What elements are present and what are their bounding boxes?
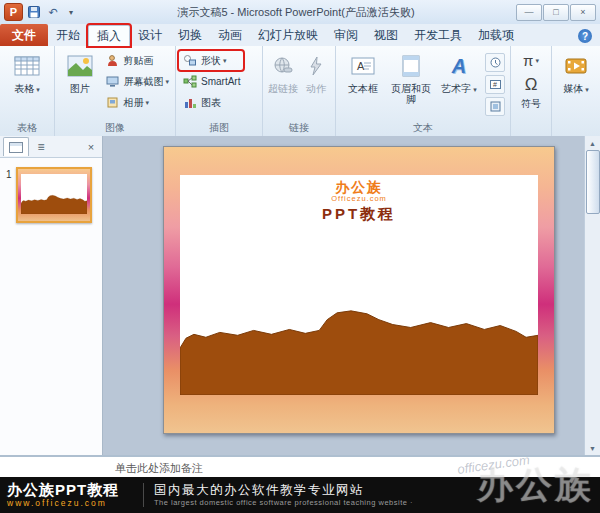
hyperlink-icon [272,52,294,80]
clock-icon [490,57,501,68]
tab-design[interactable]: 设计 [130,25,170,46]
slide-canvas[interactable]: 办公族 Officezu.com PPT教程 [103,136,584,455]
date-time-button[interactable] [485,53,505,72]
slide-number: 1 [6,167,16,180]
ribbon-group-text: A 文本框 页眉和页脚 A 艺术字▾ # [336,46,511,136]
qat-dropdown-icon[interactable]: ▾ [66,4,76,20]
picture-icon [67,52,93,80]
save-button[interactable] [26,4,42,20]
slide-logo-subtext: Officezu.com [180,195,538,203]
minimize-button[interactable]: — [516,4,542,21]
slides-tab[interactable] [3,137,29,156]
shapes-button[interactable]: 形状 ▾ [179,51,243,70]
picture-button[interactable]: 图片 [58,49,101,115]
tab-file[interactable]: 文件 [0,24,48,46]
tab-developer[interactable]: 开发工具 [406,25,470,46]
footer-tagline-cn: 国内最大的办公软件教学专业网站 [154,484,600,497]
ribbon-group-media: 媒体▾ [552,46,600,136]
close-pane-icon[interactable]: × [84,141,98,153]
slide-number-button[interactable]: # [485,75,505,94]
photo-album-label: 相册 [123,96,143,110]
equation-button[interactable]: π ▾ [514,51,548,70]
group-label-links: 链接 [263,121,335,135]
tab-animations[interactable]: 动画 [210,25,250,46]
quick-access-toolbar: P ↶ ▾ [0,3,76,21]
textbox-icon: A [351,52,375,80]
header-footer-button[interactable]: 页眉和页脚 [387,49,435,115]
clipart-button[interactable]: 剪贴画 [101,51,172,70]
slide-1-thumbnail[interactable] [16,167,92,223]
table-button-label: 表格▾ [14,83,40,95]
media-icon [565,52,587,80]
symbol-icon: Ω [525,75,538,95]
ribbon-group-links: 超链接 动作 链接 [263,46,336,136]
dropdown-arrow-icon: ▾ [535,57,539,65]
illustrations-buttons: 形状 ▾ SmartArt 图表 [179,49,243,112]
scroll-up-icon[interactable]: ▲ [589,136,596,150]
dropdown-arrow-icon: ▾ [145,99,149,107]
textbox-button[interactable]: A 文本框 [339,49,387,115]
symbol-button[interactable]: Ω 符号 [514,72,548,114]
undo-button[interactable]: ↶ [45,4,61,20]
scroll-down-icon[interactable]: ▼ [589,441,596,455]
tab-transitions[interactable]: 切换 [170,25,210,46]
hyperlink-label: 超链接 [268,83,298,94]
footer-tagline-block: 国内最大的办公软件教学专业网站 The largest domestic off… [154,484,600,507]
tab-home[interactable]: 开始 [48,25,88,46]
thumbnail-brown-shape [21,194,87,214]
wordart-button[interactable]: A 艺术字▾ [435,49,483,115]
close-button[interactable]: × [570,4,596,21]
tab-view[interactable]: 视图 [366,25,406,46]
screenshot-label: 屏幕截图 [123,75,163,89]
maximize-button[interactable]: □ [543,4,569,21]
save-icon [28,6,40,18]
photo-album-button[interactable]: 相册 ▾ [101,93,172,112]
header-footer-icon [401,52,421,80]
action-button[interactable]: 动作 [300,49,332,115]
media-button[interactable]: 媒体▾ [555,49,597,115]
wordart-icon: A [452,52,466,80]
scrollbar-thumb[interactable] [586,150,600,214]
footer-brand: 办公族PPT教程 [7,482,133,497]
help-icon[interactable]: ? [578,29,592,43]
smartart-button[interactable]: SmartArt [179,72,243,91]
action-icon [307,52,325,80]
tab-insert[interactable]: 插入 [88,25,130,46]
dropdown-arrow-icon: ▾ [36,86,40,93]
vertical-scrollbar[interactable]: ▲ ▼ [584,136,600,455]
notes-pane[interactable]: 单击此处添加备注 officezu.com [0,455,600,477]
footer-banner: 办公族PPT教程 www.officezu.com 国内最大的办公软件教学专业网… [0,477,600,513]
symbols-buttons: π ▾ Ω 符号 [514,49,548,114]
slide-brown-shape[interactable] [180,305,538,395]
footer-url: www.officezu.com [7,499,133,508]
object-button[interactable] [485,97,505,116]
dropdown-arrow-icon: ▾ [223,57,227,65]
ribbon-tab-bar: 文件 开始 插入 设计 切换 动画 幻灯片放映 审阅 视图 开发工具 加载项 ? [0,24,600,46]
screenshot-button[interactable]: 屏幕截图 ▾ [101,72,172,91]
tab-addins[interactable]: 加载项 [470,25,522,46]
footer-brand-block: 办公族PPT教程 www.officezu.com [0,482,133,508]
text-mini-buttons: # [483,49,507,116]
chart-label: 图表 [201,96,221,110]
wordart-label: 艺术字▾ [441,83,477,95]
dropdown-arrow-icon: ▾ [165,78,169,86]
tab-review[interactable]: 审阅 [326,25,366,46]
slide-thumbnail-panel: ≡ × 1 [0,136,103,455]
ribbon-group-tables: 表格▾ 表格 [0,46,55,136]
tab-slideshow[interactable]: 幻灯片放映 [250,25,326,46]
outline-tab[interactable]: ≡ [29,138,53,156]
slides-tab-icon [9,142,23,153]
slide-title-text: PPT教程 [180,206,538,223]
hyperlink-button[interactable]: 超链接 [266,49,300,115]
shapes-label: 形状 [201,54,221,68]
slide-logo-text: 办公族 [180,180,538,195]
smartart-icon [182,75,198,89]
powerpoint-app-icon[interactable]: P [4,3,23,21]
table-button[interactable]: 表格▾ [3,49,51,115]
slide-inner: 办公族 Officezu.com PPT教程 [180,175,538,395]
footer-divider [143,483,144,507]
group-label-images: 图像 [55,121,175,135]
chart-button[interactable]: 图表 [179,93,243,112]
slide[interactable]: 办公族 Officezu.com PPT教程 [163,146,555,434]
window-controls: — □ × [516,4,600,21]
